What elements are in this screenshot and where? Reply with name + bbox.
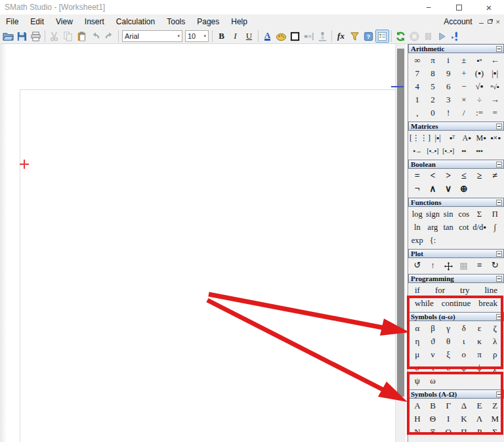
palette-button-symbols-upper[interactable]: Χ	[456, 439, 472, 442]
collapse-button[interactable]	[496, 314, 502, 320]
palette-button-arithmetic[interactable]: 3	[440, 93, 456, 106]
palette-button-symbols-upper[interactable]: Ψ	[472, 439, 488, 442]
palette-button-functions[interactable]: ∫	[487, 221, 503, 234]
palette-matrices-header[interactable]: Matrices	[408, 122, 504, 131]
palette-button-arithmetic[interactable]: 2	[425, 93, 441, 106]
italic-button[interactable]: I	[228, 30, 242, 43]
close-button[interactable]: ×	[474, 0, 504, 14]
bold-button[interactable]: B	[215, 30, 228, 43]
palette-button-symbols-lower[interactable]: ξ	[440, 348, 456, 361]
palette-symbols-upper-header[interactable]: Symbols (A-Ω)	[408, 389, 504, 399]
palette-button-symbols-upper[interactable]: Λ	[472, 412, 488, 426]
palette-button-matrices[interactable]: ▪▪▪	[472, 144, 488, 158]
palette-button-arithmetic[interactable]: 7	[410, 67, 425, 80]
palette-button-matrices[interactable]: ▪→	[410, 144, 425, 158]
palette-button-symbols-upper[interactable]: Π	[456, 426, 472, 439]
palette-button-symbols-lower[interactable]: ι	[456, 335, 472, 348]
palette-button-arithmetic[interactable]: /	[456, 106, 472, 120]
palette-button-symbols-lower[interactable]: α	[410, 322, 425, 335]
horizontal-align-button[interactable]	[302, 30, 316, 43]
palette-button-boolean[interactable]: <	[425, 169, 441, 183]
palette-button-arithmetic[interactable]: −	[456, 80, 472, 93]
copy-button[interactable]	[61, 30, 75, 43]
palette-symbols-lower-header[interactable]: Symbols (α-ω)	[408, 312, 504, 321]
palette-button-boolean[interactable]: ∨	[440, 183, 456, 196]
palette-button-programming[interactable]: for	[435, 284, 445, 297]
palette-button-arithmetic[interactable]: 1	[410, 93, 425, 106]
mdi-restore-icon[interactable]	[488, 20, 492, 24]
palette-button-arithmetic[interactable]: ÷	[472, 93, 488, 106]
font-size-combo[interactable]: 10▾	[185, 30, 209, 42]
palette-button-symbols-lower[interactable]: π	[472, 348, 488, 361]
maximize-button[interactable]	[444, 0, 474, 14]
palette-button-symbols-upper[interactable]: Τ	[410, 439, 425, 442]
palette-button-arithmetic[interactable]: √▪	[472, 80, 488, 93]
palette-button-plot[interactable]: ≡	[472, 259, 488, 272]
menu-calculation[interactable]: Calculation	[110, 15, 161, 28]
insert-function-button[interactable]: fx	[334, 30, 348, 43]
menu-pages[interactable]: Pages	[191, 15, 225, 28]
palette-button-arithmetic[interactable]: ←	[487, 54, 503, 67]
collapse-button[interactable]	[496, 200, 502, 206]
scrollbar-thumb[interactable]	[397, 49, 404, 397]
font-color-button[interactable]: A	[261, 30, 274, 43]
palette-button-arithmetic[interactable]: ,	[410, 106, 425, 120]
run-button[interactable]	[435, 30, 449, 43]
help-button[interactable]: ?	[362, 30, 375, 43]
save-button[interactable]	[15, 30, 29, 43]
palette-button-symbols-lower[interactable]: ϑ	[425, 335, 441, 348]
palette-button-matrices[interactable]: ▪ᵀ	[445, 131, 459, 144]
palette-arithmetic-header[interactable]: Arithmetic	[408, 44, 504, 53]
palette-button-symbols-upper[interactable]: Ν	[410, 426, 425, 439]
palette-button-symbols-lower[interactable]: χ	[487, 361, 503, 374]
palette-button-symbols-upper[interactable]: Α	[410, 399, 425, 412]
mdi-close-icon[interactable]: ×	[496, 18, 500, 25]
palette-button-symbols-lower[interactable]: ν	[425, 348, 441, 361]
palette-button-symbols-upper[interactable]: Σ	[487, 426, 503, 439]
palette-button-arithmetic[interactable]: →	[487, 93, 503, 106]
insert-unit-button[interactable]	[348, 30, 362, 43]
menu-insert[interactable]: Insert	[79, 15, 110, 28]
palette-button-matrices[interactable]: [▪..▪]	[440, 144, 456, 158]
palette-button-symbols-upper[interactable]: Μ	[487, 412, 503, 426]
palette-programming-header[interactable]: Programming	[408, 274, 504, 283]
collapse-button[interactable]	[496, 123, 502, 129]
underline-button[interactable]: U	[242, 30, 256, 43]
palette-button-symbols-lower[interactable]: σ	[410, 361, 425, 374]
palette-button-symbols-lower[interactable]: φ	[456, 361, 472, 374]
menu-edit[interactable]: Edit	[24, 15, 50, 28]
palette-plot-header[interactable]: Plot	[408, 249, 504, 258]
palette-button-plot[interactable]: ↺	[410, 259, 425, 272]
mdi-minimize-icon[interactable]	[479, 23, 484, 24]
palette-button-arithmetic[interactable]: :=	[472, 106, 488, 120]
palette-button-programming[interactable]: line	[484, 284, 497, 297]
palette-button-functions[interactable]: exp	[410, 234, 425, 247]
palette-button-boolean[interactable]: =	[410, 169, 425, 183]
collapse-button[interactable]	[496, 276, 502, 282]
palette-button-symbols-lower[interactable]: ρ	[487, 348, 503, 361]
palette-button-matrices[interactable]: ▪×▪	[488, 131, 503, 144]
palette-button-symbols-upper[interactable]: Γ	[440, 399, 456, 412]
menu-file[interactable]: File	[0, 15, 24, 28]
palette-button-symbols-upper[interactable]: Ζ	[487, 399, 503, 412]
palette-button-functions[interactable]: sin	[440, 208, 456, 221]
palette-button-arithmetic[interactable]: ⁿ√▪	[487, 80, 503, 93]
palette-button-plot[interactable]: ↻	[487, 259, 503, 272]
palette-button-symbols-upper[interactable]: Κ	[456, 412, 472, 426]
palette-button-functions[interactable]: Σ	[472, 208, 488, 221]
palette-button-symbols-lower[interactable]: ω	[425, 374, 441, 387]
palette-button-arithmetic[interactable]: 4	[410, 80, 425, 93]
font-family-combo[interactable]: Arial▾	[122, 30, 182, 42]
print-button[interactable]	[29, 30, 43, 43]
palette-button-programming[interactable]: try	[460, 284, 469, 297]
palette-button-functions[interactable]: ln	[410, 221, 425, 234]
palette-button-arithmetic[interactable]: 8	[425, 67, 441, 80]
palette-button-symbols-lower[interactable]: η	[410, 335, 425, 348]
menu-help[interactable]: Help	[225, 15, 253, 28]
palette-button-symbols-upper[interactable]: Ω	[487, 439, 503, 442]
palette-button-symbols-upper[interactable]: Ι	[440, 412, 456, 426]
palette-button-arithmetic[interactable]: =	[487, 106, 503, 120]
palette-boolean-header[interactable]: Boolean	[408, 160, 504, 169]
palette-button-boolean[interactable]: ≤	[456, 169, 472, 183]
palette-button-symbols-upper[interactable]: Β	[425, 399, 441, 412]
